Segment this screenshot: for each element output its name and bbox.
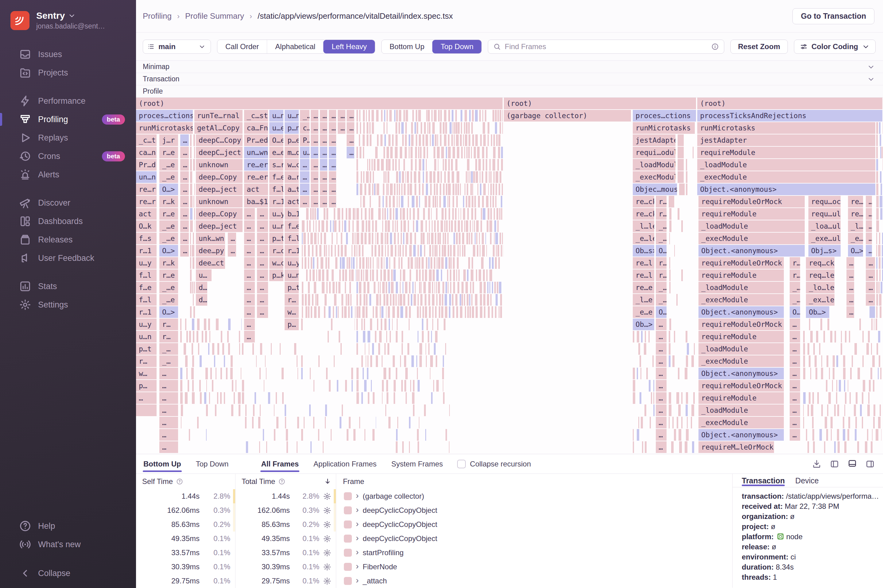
flame-frame[interactable]: …: [866, 282, 875, 293]
flame-frame[interactable]: …: [320, 134, 327, 146]
flame-frame[interactable]: …: [300, 196, 309, 207]
flame-frame[interactable]: getAl…Copy: [194, 122, 243, 134]
flame-frame[interactable]: p…n: [285, 122, 299, 134]
flame-frame[interactable]: …: [656, 343, 666, 355]
sidebar-item-discover[interactable]: Discover: [0, 194, 136, 212]
flame-frame[interactable]: …: [159, 405, 178, 416]
flame-frame[interactable]: O…>: [159, 183, 178, 195]
flame-frame[interactable]: f…l: [269, 183, 283, 195]
flame-frame[interactable]: …: [159, 441, 178, 453]
flame-frame[interactable]: …: [244, 232, 255, 244]
flame-frame[interactable]: …: [311, 159, 318, 171]
flame-frame[interactable]: _…: [656, 232, 666, 244]
go-to-transaction-button[interactable]: Go to Transaction: [793, 8, 874, 24]
panel-left-icon[interactable]: [830, 459, 839, 469]
flame-frame[interactable]: d…: [196, 294, 207, 306]
flame-frame[interactable]: …: [866, 208, 872, 220]
flame-frame[interactable]: f…l: [136, 294, 156, 306]
flame-frame[interactable]: _loadModule: [698, 220, 805, 232]
flame-frame[interactable]: Object.<anonymous>: [697, 183, 875, 195]
flame-frame[interactable]: _…e: [159, 294, 178, 306]
flame-frame[interactable]: re…r: [136, 196, 156, 207]
flame-frame[interactable]: …: [257, 232, 268, 244]
flame-frame[interactable]: …: [311, 122, 318, 134]
flame-frame[interactable]: re…r: [136, 183, 156, 195]
flame-frame[interactable]: …: [329, 159, 336, 171]
sidebar-item-what-s-new[interactable]: What's new: [0, 535, 136, 554]
expand-chevron-icon[interactable]: ›: [356, 576, 359, 584]
flame-frame[interactable]: …: [311, 196, 318, 207]
section-strip-transaction[interactable]: Transaction: [136, 73, 883, 86]
flame-frame[interactable]: runMicrotasks: [136, 122, 193, 134]
sort-descending-icon[interactable]: [324, 477, 332, 486]
flame-frame[interactable]: …: [847, 270, 854, 281]
org-switcher[interactable]: Sentry jonas.badalic@sent…: [0, 0, 136, 30]
flame-frame[interactable]: …: [329, 122, 336, 134]
flame-frame[interactable]: f…s: [136, 232, 156, 244]
sidebar-item-settings[interactable]: Settings: [0, 296, 136, 314]
flame-frame[interactable]: p…t: [269, 232, 283, 244]
flame-frame[interactable]: …: [790, 343, 800, 355]
flame-frame[interactable]: …: [180, 245, 189, 256]
flame-frame[interactable]: …: [257, 282, 268, 293]
flame-frame[interactable]: act: [244, 183, 268, 195]
flame-frame[interactable]: _e…e: [848, 232, 863, 244]
flame-frame[interactable]: _…e: [159, 232, 178, 244]
flame-frame[interactable]: …: [866, 257, 875, 269]
flame-frame[interactable]: _execModule: [698, 417, 784, 428]
flame-frame[interactable]: re…e: [848, 208, 863, 220]
flame-frame[interactable]: …: [311, 134, 318, 146]
flame-frame[interactable]: …: [329, 110, 336, 122]
flame-frame[interactable]: …: [656, 417, 666, 428]
flame-frame[interactable]: …: [244, 282, 255, 293]
frame-settings-gear[interactable]: [319, 506, 335, 514]
flame-frame[interactable]: _…e: [159, 282, 178, 293]
flame-frame[interactable]: Ob…>: [806, 306, 829, 318]
flame-frame[interactable]: requireModule: [698, 331, 784, 342]
flame-frame[interactable]: Ob…s>: [633, 245, 654, 256]
flame-frame[interactable]: u…: [300, 147, 309, 158]
flame-frame[interactable]: d…: [196, 282, 207, 293]
flame-frame[interactable]: O…>: [159, 245, 178, 256]
chevron-down-icon[interactable]: [867, 75, 875, 83]
flame-frame[interactable]: _loadModule: [697, 159, 875, 171]
flame-frame[interactable]: _…: [656, 294, 666, 306]
breadcrumb-item[interactable]: Profiling: [143, 11, 172, 21]
flame-frame[interactable]: [677, 147, 684, 158]
details-tab-transaction[interactable]: Transaction: [742, 474, 785, 485]
flame-frame[interactable]: …: [244, 306, 255, 318]
flame-frame[interactable]: jestAdapter: [633, 134, 676, 146]
sort-option-alphabetical[interactable]: Alphabetical: [267, 40, 323, 53]
flame-frame[interactable]: [136, 405, 156, 416]
search-input[interactable]: [505, 42, 707, 51]
flame-frame[interactable]: …: [311, 171, 318, 183]
table-row[interactable]: 49.35ms0.1%49.35ms0.1%›deepCyclicCopyObj…: [136, 531, 732, 546]
flame-frame[interactable]: r…k: [159, 257, 178, 269]
flame-frame[interactable]: …: [320, 110, 327, 122]
cell-frame[interactable]: ›deepCyclicCopyObject: [336, 531, 732, 546]
flame-frame[interactable]: …: [329, 147, 336, 158]
flame-frame[interactable]: _…: [790, 282, 800, 293]
flame-frame[interactable]: …: [320, 159, 327, 171]
tab-bottom-up[interactable]: Bottom Up: [143, 454, 182, 474]
flame-frame[interactable]: …: [347, 122, 354, 134]
sidebar-item-dashboards[interactable]: Dashboards: [0, 212, 136, 231]
flame-frame[interactable]: re…ck: [633, 208, 654, 220]
flame-frame[interactable]: re…l: [633, 257, 654, 269]
flame-frame[interactable]: …: [257, 257, 268, 269]
collapse-recursion-checkbox[interactable]: [457, 460, 466, 468]
flame-frame[interactable]: …: [300, 183, 309, 195]
sidebar-item-user-feedback[interactable]: User Feedback: [0, 249, 136, 267]
flame-frame[interactable]: O…e: [269, 134, 283, 146]
expand-chevron-icon[interactable]: ›: [356, 534, 359, 542]
flame-frame[interactable]: r…e: [159, 208, 178, 220]
flame-frame[interactable]: proces…ctions: [633, 110, 696, 122]
table-row[interactable]: 162.06ms0.3%162.06ms0.3%›deepCyclicCopyO…: [136, 503, 732, 518]
flame-frame[interactable]: …: [329, 183, 336, 195]
flame-frame[interactable]: …: [320, 171, 327, 183]
flame-frame[interactable]: O…>: [848, 245, 863, 256]
flame-frame[interactable]: u…y: [136, 318, 156, 330]
flame-frame[interactable]: …: [790, 417, 800, 428]
flame-frame[interactable]: f…e: [269, 171, 283, 183]
flame-frame[interactable]: u…n: [285, 270, 299, 281]
